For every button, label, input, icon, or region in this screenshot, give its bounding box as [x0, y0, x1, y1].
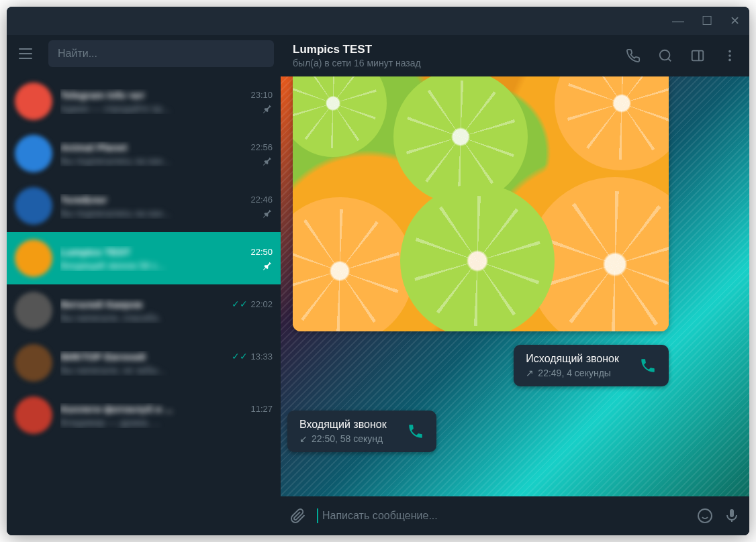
svg-point-5	[698, 509, 712, 523]
chat-preview: Вы подписались на кан...	[60, 156, 171, 166]
emoji-icon[interactable]	[697, 508, 713, 524]
avatar	[15, 83, 52, 120]
call-title: Входящий звонок	[299, 419, 387, 431]
chat-list-item[interactable]: ТелеБлог22:46Вы подписались на кан...	[7, 180, 281, 232]
chat-title: Lumpics TEST	[293, 43, 626, 56]
avatar	[15, 396, 52, 434]
messages-area[interactable]: Исходящий звонок ↗22:49, 4 секунды Входя…	[281, 76, 749, 496]
chat-status: был(а) в сети 16 минут назад	[293, 58, 626, 68]
titlebar: ― ☐ ✕	[7, 7, 749, 35]
call-title: Исходящий звонок	[526, 353, 619, 365]
search-input[interactable]: Найти...	[48, 40, 274, 67]
chat-name: Lumpics TEST	[60, 246, 130, 258]
app-window: ― ☐ ✕ Найти... Telegram Info чат23:10Адм…	[7, 7, 749, 535]
pin-icon	[262, 208, 273, 219]
maximize-button[interactable]: ☐	[702, 15, 712, 27]
svg-point-4	[728, 59, 731, 62]
avatar	[15, 135, 52, 172]
incoming-call-bubble[interactable]: Входящий звонок ↙22:50, 58 секунд	[287, 411, 436, 452]
call-subtitle: ↗22:49, 4 секунды	[526, 368, 619, 378]
header-actions	[626, 48, 737, 63]
message-input[interactable]: Написать сообщение...	[317, 508, 686, 523]
avatar	[15, 187, 52, 225]
pin-icon	[262, 156, 273, 166]
chat-time: ✓✓ 22:02	[232, 299, 273, 309]
chat-list-item[interactable]: ВИКТОР Евгений✓✓ 13:33Вы написали, не за…	[7, 337, 281, 389]
minimize-button[interactable]: ―	[672, 15, 684, 27]
search-icon[interactable]	[658, 48, 673, 63]
menu-button[interactable]	[9, 39, 42, 68]
chat-preview: Владимир — драма, ...	[60, 417, 160, 428]
avatar	[15, 292, 52, 329]
chat-preview: Админ — спродайте ер...	[60, 103, 170, 114]
conversation: Lumpics TEST был(а) в сети 16 минут наза…	[281, 35, 749, 535]
chat-time: 11:27	[250, 404, 273, 414]
chat-preview: Входящий звонок 58 с...	[60, 260, 164, 271]
chat-name: Animal Planet	[60, 142, 127, 153]
chat-time: 22:46	[250, 195, 273, 205]
svg-point-2	[728, 50, 731, 53]
header-title-block[interactable]: Lumpics TEST был(а) в сети 16 минут наза…	[293, 43, 626, 68]
phone-icon[interactable]	[407, 423, 424, 440]
chat-list-item[interactable]: Виталий Каиров✓✓ 22:02Вы написали, спаси…	[7, 284, 281, 337]
chat-preview: Вы написали, спасибо.	[60, 313, 161, 323]
chat-name: Коллеги фотоклуб и ...	[60, 403, 173, 415]
chat-list: Telegram Info чат23:10Админ — спродайте …	[7, 75, 281, 535]
call-subtitle: ↙22:50, 58 секунд	[299, 433, 387, 444]
outgoing-call-bubble[interactable]: Исходящий звонок ↗22:49, 4 секунды	[514, 345, 669, 386]
more-icon[interactable]	[722, 48, 737, 63]
arrow-outgoing-icon: ↗	[526, 368, 534, 378]
arrow-incoming-icon: ↙	[299, 433, 308, 444]
chat-time: 22:56	[250, 142, 273, 152]
pin-icon	[262, 103, 273, 114]
chat-list-item[interactable]: Коллеги фотоклуб и ...11:27Владимир — др…	[7, 389, 281, 441]
main-area: Найти... Telegram Info чат23:10Админ — с…	[7, 35, 749, 535]
mic-icon[interactable]	[724, 508, 740, 524]
read-checks-icon: ✓✓	[232, 351, 248, 362]
read-checks-icon: ✓✓	[232, 299, 248, 309]
chat-name: Telegram Info чат	[60, 89, 145, 101]
sidebar-top: Найти...	[7, 35, 281, 75]
chat-time: ✓✓ 13:33	[232, 351, 273, 362]
close-button[interactable]: ✕	[730, 15, 740, 27]
chat-name: Виталий Каиров	[60, 299, 142, 310]
chat-time: 22:50	[250, 247, 273, 257]
pin-icon	[262, 260, 273, 271]
avatar	[15, 239, 52, 277]
call-icon[interactable]	[626, 48, 641, 63]
attach-icon[interactable]	[290, 508, 306, 524]
chat-list-item[interactable]: Telegram Info чат23:10Админ — спродайте …	[7, 75, 281, 127]
svg-point-0	[660, 50, 670, 60]
photo-message[interactable]	[293, 76, 669, 331]
sidebar-toggle-icon[interactable]	[690, 48, 705, 63]
svg-rect-1	[692, 51, 704, 61]
chat-time: 23:10	[250, 90, 273, 100]
conversation-header: Lumpics TEST был(а) в сети 16 минут наза…	[281, 35, 749, 76]
chat-name: ВИКТОР Евгений	[60, 351, 146, 362]
chat-list-item[interactable]: Lumpics TEST22:50Входящий звонок 58 с...	[7, 232, 281, 284]
svg-point-3	[728, 54, 731, 57]
sidebar: Найти... Telegram Info чат23:10Админ — с…	[7, 35, 281, 535]
chat-preview: Вы написали, не забы...	[60, 365, 165, 376]
composer: Написать сообщение...	[281, 496, 749, 535]
phone-icon[interactable]	[639, 357, 657, 374]
avatar	[15, 344, 52, 382]
chat-name: ТелеБлог	[60, 194, 107, 205]
chat-preview: Вы подписались на кан...	[60, 208, 171, 219]
chat-list-item[interactable]: Animal Planet22:56Вы подписались на кан.…	[7, 127, 281, 180]
